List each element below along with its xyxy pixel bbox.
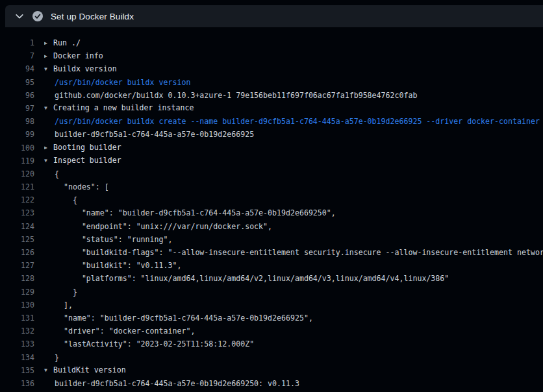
triangle-down-icon: ▼ xyxy=(44,154,53,167)
log-line: 133 "lastActivity": "2023-02-25T11:58:12… xyxy=(0,337,543,350)
line-number[interactable]: 128 xyxy=(0,272,34,285)
log-line: 96github.com/docker/buildx 0.10.3+azure-… xyxy=(0,89,543,102)
output-text: ], xyxy=(44,299,543,312)
line-number[interactable]: 127 xyxy=(0,259,34,272)
line-number[interactable]: 136 xyxy=(0,377,34,390)
group-title: Creating a new builder instance xyxy=(53,103,194,112)
line-number[interactable]: 129 xyxy=(0,286,34,299)
log-line: 134} xyxy=(0,351,543,364)
log-lines: 1▶Run ./7▶Docker info94▼Buildx version95… xyxy=(0,27,543,390)
group-title: Inspect builder xyxy=(53,156,121,165)
triangle-right-icon: ▶ xyxy=(44,37,53,50)
line-number[interactable]: 96 xyxy=(0,89,34,102)
output-text: github.com/docker/buildx 0.10.3+azure-1 … xyxy=(44,89,543,102)
line-number[interactable]: 123 xyxy=(0,206,34,219)
line-number[interactable]: 94 xyxy=(0,62,34,75)
line-number[interactable]: 125 xyxy=(0,233,34,246)
output-text: { xyxy=(44,167,543,180)
log-line: 132 "driver": "docker-container", xyxy=(0,325,543,337)
log-line: 127 "buildkit": "v0.11.3", xyxy=(0,259,543,272)
log-line: 124 "endpoint": "unix:///var/run/docker.… xyxy=(0,220,543,233)
line-number[interactable]: 97 xyxy=(0,102,34,115)
log-line: 98/usr/bin/docker buildx create --name b… xyxy=(0,115,543,128)
line-number[interactable]: 133 xyxy=(0,337,34,350)
log-line: 99builder-d9cfb5a1-c764-445a-a57e-0b19d2… xyxy=(0,128,543,141)
log-line: 97▼Creating a new builder instance xyxy=(0,102,543,115)
step-header[interactable]: Set up Docker Buildx xyxy=(5,5,543,27)
group-title: BuildKit version xyxy=(53,365,126,374)
log-line: 129 } xyxy=(0,286,543,299)
log-line: 7▶Docker info xyxy=(0,49,543,62)
output-text: "nodes": [ xyxy=(44,180,543,193)
log-group-toggle[interactable]: ▶Run ./ xyxy=(44,36,543,50)
check-circle-icon xyxy=(32,11,43,21)
group-title: Run ./ xyxy=(53,38,81,47)
output-text: } xyxy=(44,286,543,299)
log-group-toggle[interactable]: ▼Buildx version xyxy=(44,62,543,76)
output-text: builder-d9cfb5a1-c764-445a-a57e-0b19d2e6… xyxy=(44,128,543,141)
line-number[interactable]: 7 xyxy=(0,49,34,62)
log-group-toggle[interactable]: ▼BuildKit version xyxy=(44,363,543,377)
line-number[interactable]: 98 xyxy=(0,115,34,128)
triangle-down-icon: ▼ xyxy=(44,63,53,76)
log-line: 125 "status": "running", xyxy=(0,233,543,246)
log-line: 126 "buildkitd-flags": "--allow-insecure… xyxy=(0,246,543,259)
output-text: "status": "running", xyxy=(44,233,543,246)
output-text: "lastActivity": "2023-02-25T11:58:12.000… xyxy=(44,337,543,350)
line-number[interactable]: 130 xyxy=(0,299,34,312)
line-number[interactable]: 135 xyxy=(0,364,34,377)
log-line: 119▼Inspect builder xyxy=(0,154,543,167)
log-line: 135▼BuildKit version xyxy=(0,364,543,377)
log-group-toggle[interactable]: ▶Docker info xyxy=(44,49,543,63)
output-text: { xyxy=(44,193,543,206)
log-line: 128 "platforms": "linux/amd64,linux/amd6… xyxy=(0,272,543,285)
log-line: 130 ], xyxy=(0,299,543,312)
log-line: 94▼Buildx version xyxy=(0,62,543,75)
log-line: 123 "name": "builder-d9cfb5a1-c764-445a-… xyxy=(0,206,543,219)
log-line: 122 { xyxy=(0,193,543,206)
output-text: "buildkitd-flags": "--allow-insecure-ent… xyxy=(44,246,543,259)
line-number[interactable]: 95 xyxy=(0,76,34,89)
triangle-right-icon: ▶ xyxy=(44,141,53,154)
line-number[interactable]: 1 xyxy=(0,36,34,49)
group-title: Buildx version xyxy=(53,64,117,73)
line-number[interactable]: 119 xyxy=(0,154,34,167)
line-number[interactable]: 126 xyxy=(0,246,34,259)
output-text: "name": "builder-d9cfb5a1-c764-445a-a57e… xyxy=(44,206,543,219)
chevron-down-icon[interactable] xyxy=(14,11,25,21)
triangle-right-icon: ▶ xyxy=(44,50,53,63)
output-text: "platforms": "linux/amd64,linux/amd64/v2… xyxy=(44,272,543,285)
log-group-toggle[interactable]: ▼Inspect builder xyxy=(44,154,543,167)
triangle-down-icon: ▼ xyxy=(44,102,53,115)
log-line: 131 "name": "builder-d9cfb5a1-c764-445a-… xyxy=(0,312,543,325)
line-number[interactable]: 99 xyxy=(0,128,34,141)
line-number[interactable]: 120 xyxy=(0,167,34,180)
log-line: 95/usr/bin/docker buildx version xyxy=(0,76,543,89)
log-group-toggle[interactable]: ▼Creating a new builder instance xyxy=(44,101,543,115)
log-line: 120{ xyxy=(0,167,543,180)
log-line: 1▶Run ./ xyxy=(0,36,543,49)
output-text: builder-d9cfb5a1-c764-445a-a57e-0b19d2e6… xyxy=(44,377,543,390)
log-line: 136builder-d9cfb5a1-c764-445a-a57e-0b19d… xyxy=(0,377,543,390)
command-text: /usr/bin/docker buildx version xyxy=(44,76,543,89)
line-number[interactable]: 131 xyxy=(0,312,34,325)
line-number[interactable]: 121 xyxy=(0,180,34,193)
output-text: "endpoint": "unix:///var/run/docker.sock… xyxy=(44,220,543,233)
output-text: "buildkit": "v0.11.3", xyxy=(44,259,543,272)
line-number[interactable]: 134 xyxy=(0,351,34,364)
line-number[interactable]: 124 xyxy=(0,220,34,233)
triangle-down-icon: ▼ xyxy=(44,364,53,377)
output-text: } xyxy=(44,351,543,364)
group-title: Booting builder xyxy=(53,143,121,152)
group-title: Docker info xyxy=(53,51,103,60)
output-text: "name": "builder-d9cfb5a1-c764-445a-a57e… xyxy=(44,312,543,325)
command-text: /usr/bin/docker buildx create --name bui… xyxy=(44,115,543,128)
log-line: 100▶Booting builder xyxy=(0,141,543,154)
step-title: Set up Docker Buildx xyxy=(51,12,134,21)
line-number[interactable]: 132 xyxy=(0,325,34,337)
line-number[interactable]: 122 xyxy=(0,193,34,206)
line-number[interactable]: 100 xyxy=(0,141,34,154)
log-group-toggle[interactable]: ▶Booting builder xyxy=(44,141,543,154)
log-line: 121 "nodes": [ xyxy=(0,180,543,193)
output-text: "driver": "docker-container", xyxy=(44,325,543,337)
